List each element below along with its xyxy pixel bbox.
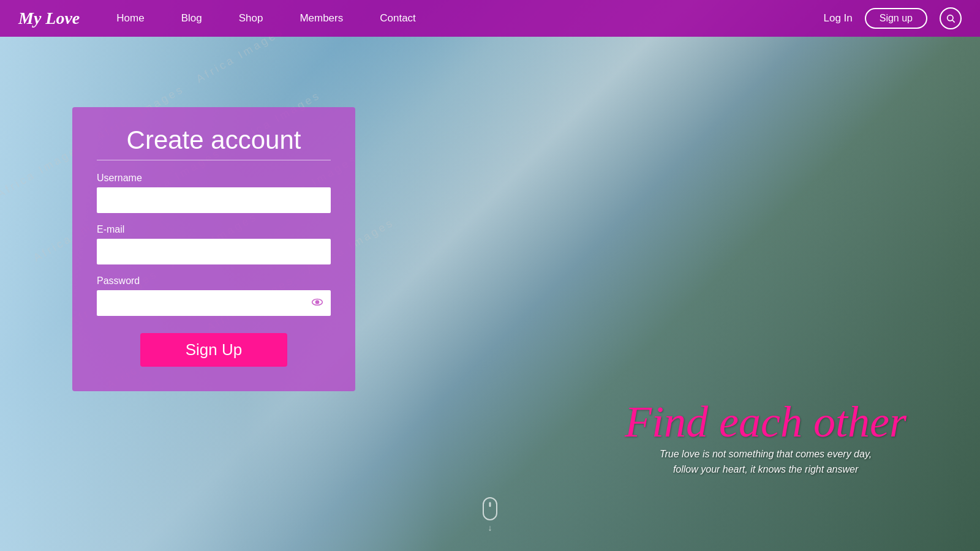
hero-subtitle-line1: True love is not something that comes ev…	[625, 446, 907, 478]
email-input[interactable]	[97, 239, 331, 264]
svg-point-3	[316, 301, 319, 304]
nav-links: Home Blog Shop Members Contact	[116, 12, 823, 24]
username-label: Username	[97, 173, 331, 184]
form-divider	[97, 160, 331, 160]
login-link[interactable]: Log In	[823, 12, 852, 24]
nav-item-home[interactable]: Home	[116, 12, 144, 24]
eye-icon[interactable]	[311, 297, 323, 310]
password-input[interactable]	[97, 290, 331, 316]
email-label: E-mail	[97, 224, 331, 235]
scroll-arrow-icon: ↓	[488, 523, 492, 533]
hero-title: Find each other	[625, 398, 907, 446]
nav-right: Log In Sign up	[823, 7, 962, 29]
nav-item-members[interactable]: Members	[300, 12, 343, 24]
nav-item-contact[interactable]: Contact	[380, 12, 416, 24]
search-icon[interactable]	[940, 7, 962, 29]
nav-item-shop[interactable]: Shop	[239, 12, 263, 24]
hero-text: Find each other True love is not somethi…	[625, 398, 907, 478]
password-label: Password	[97, 276, 331, 287]
nav-item-blog[interactable]: Blog	[181, 12, 202, 24]
navbar: My Love Home Blog Shop Members Contact L…	[0, 0, 980, 37]
scroll-indicator: ↓	[483, 497, 497, 533]
username-input[interactable]	[97, 187, 331, 213]
signup-button-nav[interactable]: Sign up	[865, 8, 927, 29]
create-account-panel: Create account Username E-mail Password …	[72, 107, 355, 391]
svg-point-0	[948, 15, 953, 21]
svg-line-1	[952, 20, 955, 23]
scroll-mouse-icon	[483, 497, 497, 520]
form-title: Create account	[97, 126, 331, 155]
signup-button-form[interactable]: Sign Up	[140, 333, 287, 367]
password-wrapper	[97, 290, 331, 316]
nav-logo: My Love	[18, 9, 80, 28]
